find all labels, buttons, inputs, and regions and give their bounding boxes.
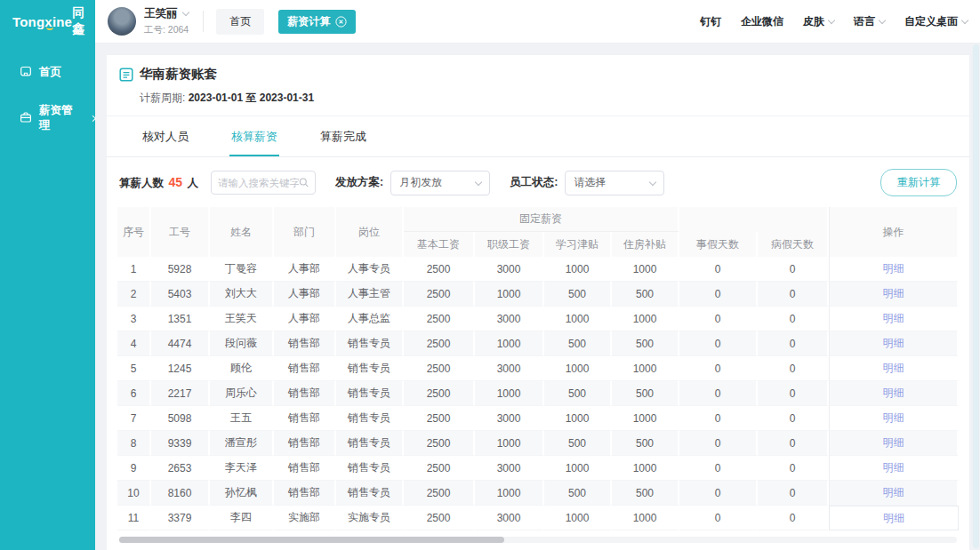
cell-name: 刘大大 (210, 282, 274, 307)
topbar-right-menu: 钉钉企业微信皮肤语言自定义桌面 (700, 14, 968, 29)
topbar-menu-label: 皮肤 (803, 14, 824, 29)
topbar-menu-wecom[interactable]: 企业微信 (741, 14, 783, 29)
cell-personal-leave: 0 (679, 381, 758, 406)
vertical-scrollbar[interactable] (973, 44, 979, 548)
filter-row: 算薪人数 45 人 发放方案: 月初发放 员工状态: 请选择 重新计算 (107, 157, 969, 207)
cell-post: 销售专员 (336, 406, 404, 431)
user-name: 王笑丽 (144, 6, 178, 21)
cell-no: 1 (117, 257, 151, 282)
cell-sick-leave: 0 (758, 506, 829, 530)
detail-link[interactable]: 明细 (883, 287, 904, 299)
col-group-fixed-salary: 固定薪资 (404, 207, 679, 232)
detail-link[interactable]: 明细 (883, 312, 904, 324)
cell-id: 5098 (151, 406, 210, 431)
cell-dept: 销售部 (274, 456, 336, 481)
detail-link[interactable]: 明细 (883, 411, 904, 424)
cell-post: 人事专员 (336, 257, 404, 282)
recalculate-button[interactable]: 重新计算 (880, 169, 957, 196)
tab-calc-done[interactable]: 算薪完成 (318, 116, 368, 156)
topbar-menu-label: 钉钉 (700, 14, 721, 29)
detail-link[interactable]: 明细 (883, 387, 904, 399)
table-row: 62217周乐心销售部销售专员2500100050050000明细 (117, 381, 959, 406)
table-row: 25403刘大大人事部人事主管2500100050050000明细 (117, 282, 959, 307)
sidebar-item-label: 首页 (39, 65, 61, 80)
topbar-menu-dingtalk[interactable]: 钉钉 (700, 14, 721, 29)
cell-no: 8 (117, 431, 151, 456)
chevron-down-icon[interactable] (181, 9, 189, 16)
cell-sick-leave: 0 (758, 356, 829, 381)
horizontal-scrollbar-track[interactable] (119, 537, 957, 543)
status-select[interactable]: 请选择 (565, 171, 664, 195)
cell-no: 6 (117, 381, 151, 406)
chevron-down-icon (475, 178, 482, 185)
cell-grade: 3000 (475, 307, 544, 331)
cell-no: 2 (117, 282, 151, 307)
sidebar-item-salary-management[interactable]: 薪资管理 (0, 92, 95, 145)
detail-link[interactable]: 明细 (883, 337, 904, 349)
cell-no: 9 (117, 456, 151, 481)
tab-check-staff[interactable]: 核对人员 (141, 116, 190, 156)
cell-dept: 人事部 (274, 282, 336, 307)
cell-personal-leave: 0 (679, 257, 758, 282)
col-header-sick-leave: 病假天数 (758, 232, 829, 257)
cell-no: 10 (117, 481, 151, 506)
search-input[interactable] (218, 178, 298, 188)
cell-base: 2500 (404, 381, 475, 406)
detail-link[interactable]: 明细 (883, 436, 904, 449)
chevron-down-icon (828, 16, 835, 23)
cell-name: 顾伦 (210, 356, 274, 381)
user-avatar[interactable] (108, 7, 136, 36)
cell-post: 销售专员 (336, 356, 404, 381)
topbar-menu-custom-desktop[interactable]: 自定义桌面 (904, 14, 968, 29)
cell-house: 500 (612, 381, 679, 406)
plan-label: 发放方案: (335, 175, 383, 190)
cell-base: 2500 (404, 481, 475, 506)
nav-chip-home[interactable]: 首页 (216, 9, 264, 35)
cell-name: 潘宣彤 (210, 431, 274, 456)
topbar-menu-language[interactable]: 语言 (854, 14, 885, 29)
cell-dept: 销售部 (274, 356, 336, 381)
cell-id: 3379 (151, 506, 210, 530)
cell-sick-leave: 0 (758, 456, 829, 481)
detail-link[interactable]: 明细 (883, 461, 904, 474)
detail-link[interactable]: 明细 (883, 486, 904, 498)
cell-name: 李四 (210, 506, 274, 530)
search-icon[interactable] (299, 177, 309, 188)
cell-house: 500 (612, 331, 679, 356)
sidebar-menu: 首页薪资管理 (0, 53, 95, 145)
cell-action: 明细 (829, 257, 959, 282)
table-row: 51245顾伦销售部销售专员250030001000100000明细 (117, 356, 959, 381)
cell-name: 王笑天 (210, 307, 274, 331)
sidebar-item-home[interactable]: 首页 (0, 53, 95, 92)
employee-id: 工号: 2064 (144, 24, 189, 36)
cell-grade: 1000 (475, 381, 544, 406)
cell-post: 实施专员 (336, 506, 404, 530)
cell-dept: 销售部 (274, 331, 336, 356)
sidebar: Tongxine同鑫 首页薪资管理 (0, 0, 95, 550)
detail-link[interactable]: 明细 (883, 512, 904, 524)
plan-select[interactable]: 月初发放 (390, 171, 490, 195)
cell-house: 1000 (612, 406, 679, 431)
cell-study: 500 (544, 481, 612, 506)
brand-logo-en: Tongxine (12, 14, 72, 29)
search-input-wrapper (211, 171, 316, 195)
horizontal-scrollbar-thumb[interactable] (119, 537, 504, 543)
cell-name: 李天泽 (210, 456, 274, 481)
cell-base: 2500 (404, 356, 475, 381)
cell-action: 明细 (829, 381, 959, 406)
close-icon[interactable] (335, 16, 347, 28)
col-header-dept: 部门 (274, 207, 336, 257)
table-row: 75098王五销售部销售专员250030001000100000明细 (117, 406, 959, 431)
cell-study: 1000 (544, 456, 612, 481)
tab-calc-salary[interactable]: 核算薪资 (229, 116, 279, 156)
nav-chip-salary-calc[interactable]: 薪资计算 (278, 10, 356, 34)
cell-grade: 3000 (475, 506, 544, 530)
detail-link[interactable]: 明细 (883, 362, 904, 374)
page-title: 华南薪资账套 (140, 66, 217, 83)
cell-study: 500 (544, 381, 612, 406)
cell-study: 1000 (544, 406, 612, 431)
cell-study: 500 (544, 282, 612, 307)
detail-link[interactable]: 明细 (883, 262, 904, 275)
cell-post: 销售专员 (336, 456, 404, 481)
topbar-menu-skin[interactable]: 皮肤 (803, 14, 834, 29)
